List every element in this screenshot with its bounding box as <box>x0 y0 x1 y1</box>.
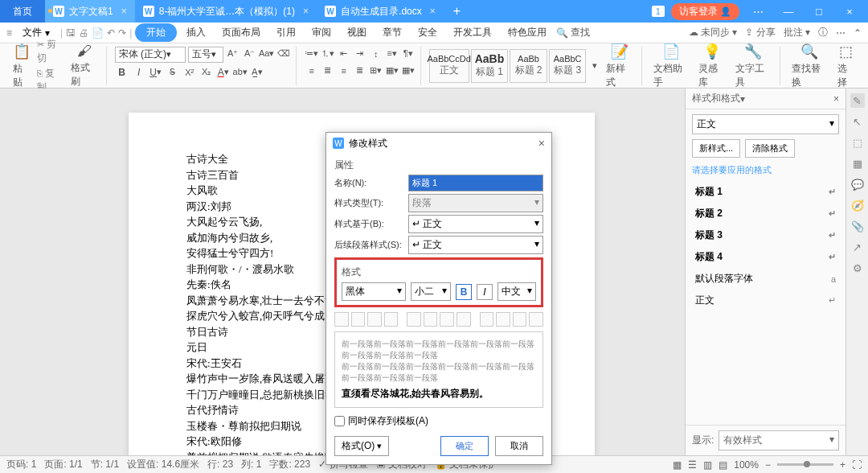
bold-button[interactable]: B <box>115 65 129 80</box>
ok-button[interactable]: 确定 <box>440 436 489 456</box>
align-justify-button[interactable] <box>384 312 399 327</box>
view-mode-icon[interactable]: ▤ <box>719 459 727 471</box>
status-col[interactable]: 列: 1 <box>241 458 261 471</box>
dialog-lang-combo[interactable]: 中文▾ <box>497 282 536 301</box>
dialog-italic-button[interactable]: I <box>477 284 493 300</box>
style-item-h3[interactable]: 标题 3↵ <box>692 224 839 246</box>
collapse-ribbon-icon[interactable]: ⌃ <box>854 27 862 39</box>
text-assist-button[interactable]: 📄文档助手 <box>650 41 693 91</box>
close-icon[interactable]: × <box>121 6 127 17</box>
clear-format-button[interactable]: ⌫ <box>276 47 291 61</box>
format-brush-button[interactable]: 🖌格式刷 <box>68 41 101 90</box>
size-combo[interactable]: 五号 ▾ <box>188 47 223 63</box>
paste-button[interactable]: 📋粘贴 <box>10 41 34 91</box>
style-item-h4[interactable]: 标题 4↵ <box>692 246 839 268</box>
close-icon[interactable]: × <box>430 6 436 17</box>
style-item-h2[interactable]: 标题 2↵ <box>692 203 839 224</box>
inspiration-button[interactable]: 💡灵感库 <box>695 41 729 91</box>
menu-chapter[interactable]: 章节 <box>376 23 408 42</box>
follow-combo[interactable]: ↵ 正文▾ <box>408 236 543 254</box>
status-section[interactable]: 节: 1/1 <box>91 458 119 471</box>
bullets-button[interactable]: ≔▾ <box>305 47 319 61</box>
cut-button[interactable]: ✂ 剪切 <box>37 38 64 65</box>
menu-insert[interactable]: 插入 <box>180 23 212 42</box>
indent-dec-button[interactable]: ⇤ <box>337 47 351 61</box>
align-center-button[interactable]: ≣ <box>321 64 335 78</box>
close-icon[interactable]: × <box>303 6 309 17</box>
indent-inc-button[interactable]: ⇥ <box>353 47 367 61</box>
indent-inc-button[interactable] <box>496 312 510 327</box>
grow-font-button[interactable]: A⁺ <box>226 47 240 61</box>
align-right-button[interactable]: ≡ <box>337 64 351 78</box>
menu-ref[interactable]: 引用 <box>270 23 302 42</box>
style-h3[interactable]: AaBbC标题 3 <box>549 49 587 83</box>
maximize-icon[interactable]: □ <box>807 6 831 18</box>
menu-toggle-icon[interactable]: ≡ <box>6 27 12 39</box>
char-border-button[interactable]: A̲▾ <box>250 65 264 80</box>
undo-icon[interactable]: ↶ <box>107 27 115 39</box>
more-icon[interactable]: ⋯ <box>836 27 845 39</box>
indent-button[interactable] <box>513 312 527 327</box>
edit-tool-icon[interactable]: ✎ <box>850 93 865 108</box>
view-mode-icon[interactable]: ▦ <box>673 459 682 471</box>
style-item-h1[interactable]: 标题 1↵ <box>692 181 839 203</box>
align-right-button[interactable] <box>367 312 382 327</box>
distribute-button[interactable]: ⊞▾ <box>369 64 383 78</box>
tab-add-button[interactable]: + <box>444 4 470 19</box>
highlight-button[interactable]: ab▾ <box>233 65 248 80</box>
preview-icon[interactable]: 📄 <box>92 27 104 39</box>
tab-home[interactable]: 首页 <box>0 0 45 23</box>
menu-special[interactable]: 特色应用 <box>502 23 553 42</box>
new-style-button[interactable]: 新样式... <box>692 139 740 158</box>
align-center-button[interactable] <box>351 312 366 327</box>
zoom-level[interactable]: 100% <box>734 459 759 471</box>
spacing-button[interactable] <box>457 312 471 327</box>
cancel-button[interactable]: 取消 <box>495 436 543 456</box>
dialog-font-combo[interactable]: 黑体▾ <box>342 282 406 301</box>
annotate-button[interactable]: 批注 ▾ <box>784 26 810 39</box>
nav-tool-icon[interactable]: 🧭 <box>850 198 865 212</box>
numbering-button[interactable]: ⒈▾ <box>321 47 335 61</box>
shading-button[interactable]: ▦▾ <box>385 64 399 78</box>
settings-tool-icon[interactable]: ⚙ <box>850 261 865 275</box>
select-tool-icon[interactable]: ⬚ <box>850 135 865 150</box>
align-justify-button[interactable]: ≣ <box>353 64 367 78</box>
strike-button[interactable]: S̶ <box>166 65 180 80</box>
template-tool-icon[interactable]: ▦ <box>850 156 865 171</box>
menu-start[interactable]: 开始 <box>135 23 177 42</box>
sync-status[interactable]: ☁ 未同步 ▾ <box>689 26 738 39</box>
menu-dev[interactable]: 开发工具 <box>447 23 498 42</box>
panel-close-icon[interactable]: × <box>833 93 839 105</box>
menu-page-layout[interactable]: 页面布局 <box>215 23 267 42</box>
sort-button[interactable]: ↕ <box>369 47 383 61</box>
login-button[interactable]: 访客登录 👤 <box>671 3 739 20</box>
style-item-body[interactable]: 正文↵ <box>692 290 839 311</box>
comment-tool-icon[interactable]: 💬 <box>850 177 865 191</box>
style-h1[interactable]: AaBb标题 1 <box>471 49 509 83</box>
type-combo[interactable]: 段落▾ <box>408 194 543 212</box>
redo-icon[interactable]: ↷ <box>118 27 126 39</box>
tab-doc1[interactable]: W文字文稿1× <box>45 0 135 23</box>
sub-button[interactable]: X₂ <box>199 65 214 80</box>
find-replace-button[interactable]: 🔍查找替换 <box>788 41 831 91</box>
style-more-button[interactable]: ▾ <box>588 59 601 73</box>
current-style-combo[interactable]: 正文▾ <box>692 114 839 134</box>
new-style-button[interactable]: 📝新样式 <box>603 41 636 91</box>
clear-format-button[interactable]: 清除格式 <box>745 139 795 158</box>
display-filter-combo[interactable]: 有效样式▾ <box>719 430 839 450</box>
menu-search[interactable]: 🔍 查找 <box>556 26 590 39</box>
format-dropdown[interactable]: 格式(O) ▾ <box>334 436 389 456</box>
info-icon[interactable]: ⓘ <box>818 26 828 39</box>
indent-dec-button[interactable] <box>480 312 494 327</box>
dialog-size-combo[interactable]: 小二▾ <box>411 282 451 301</box>
italic-button[interactable]: I <box>132 65 146 80</box>
share-button[interactable]: ⇪ 分享 <box>745 26 775 39</box>
indent-button[interactable] <box>529 312 543 327</box>
cursor-tool-icon[interactable]: ↖ <box>850 114 865 129</box>
menu-view[interactable]: 视图 <box>341 23 373 42</box>
tab-doc3[interactable]: W自动生成目录.docx× <box>317 0 444 23</box>
more-icon[interactable]: ⋯ <box>746 6 770 18</box>
name-input[interactable]: 标题 1 <box>408 175 543 191</box>
clip-tool-icon[interactable]: 📎 <box>850 219 865 233</box>
underline-button[interactable]: U▾ <box>149 65 163 80</box>
